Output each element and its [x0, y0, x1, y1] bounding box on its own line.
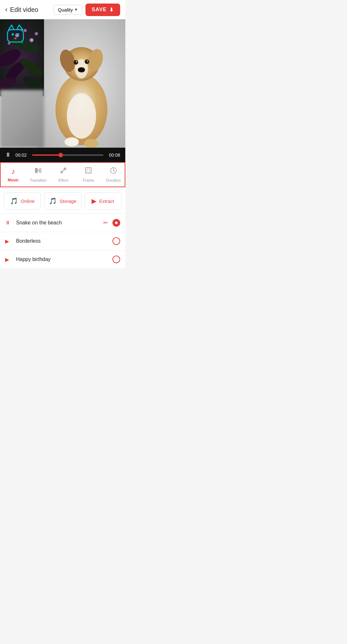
svg-point-15 [84, 139, 98, 148]
duration-icon [110, 167, 117, 176]
music-source-row: 🎵 Online 🎵 Storage ▶ Extract [0, 188, 125, 213]
toolbar-label-music: Music [8, 178, 19, 182]
svg-line-47 [113, 170, 115, 171]
frame-icon [85, 167, 92, 176]
extract-button[interactable]: ▶ Extract [85, 192, 121, 210]
header: ‹ Edit video Quality ▼ SAVE ⬇ [0, 0, 125, 19]
toolbar-label-duration: Duration [106, 178, 120, 183]
progress-thumb [58, 153, 63, 157]
track-name: Happy birthday [16, 257, 108, 262]
toolbar-item-transition[interactable]: Transition [26, 163, 51, 187]
svg-rect-28 [7, 30, 23, 42]
video-preview: TM [0, 19, 125, 148]
svg-marker-30 [17, 25, 23, 30]
toolbar-item-duration[interactable]: Duration [101, 163, 125, 187]
video-blur-overlay [0, 90, 44, 148]
scissors-icon[interactable]: ✂ [103, 219, 108, 226]
svg-marker-29 [9, 25, 14, 30]
online-label: Online [21, 198, 34, 204]
track-name: Snake on the beach [16, 220, 99, 226]
svg-marker-33 [14, 37, 17, 39]
app-logo: TM [5, 24, 28, 47]
play-pause-button[interactable]: ⏸ [5, 152, 12, 158]
header-right: Quality ▼ SAVE ⬇ [54, 4, 120, 16]
svg-point-32 [17, 33, 19, 35]
video-main-frame [38, 19, 125, 148]
chevron-down-icon: ▼ [74, 7, 78, 12]
save-label: SAVE [92, 7, 107, 13]
toolbar-item-frame[interactable]: Frame [76, 163, 101, 187]
svg-point-13 [78, 67, 85, 72]
storage-label: Storage [59, 198, 76, 204]
toolbar-label-transition: Transition [30, 178, 47, 183]
music-section: 🎵 Online 🎵 Storage ▶ Extract ⏸ Snake on … [0, 188, 125, 269]
online-button[interactable]: 🎵 Online [4, 192, 41, 210]
toolbar-label-frame: Frame [83, 178, 94, 183]
track-select-button[interactable] [112, 256, 120, 263]
quality-label: Quality [58, 7, 73, 13]
progress-fill [32, 154, 61, 156]
extract-icon: ▶ [92, 197, 96, 205]
toolbar-item-music[interactable]: ♪ Music [1, 163, 26, 187]
svg-point-14 [65, 137, 79, 146]
track-item: ▶ Borderless [0, 232, 125, 250]
track-play-button[interactable]: ▶ [5, 238, 12, 244]
svg-point-11 [76, 61, 77, 62]
svg-rect-44 [87, 169, 90, 172]
svg-point-31 [12, 33, 14, 35]
transition-icon [34, 167, 42, 176]
music-icon: ♪ [11, 167, 15, 176]
svg-point-25 [30, 38, 33, 42]
quality-button[interactable]: Quality ▼ [54, 5, 82, 15]
svg-point-27 [35, 32, 38, 35]
track-play-button[interactable]: ▶ [5, 257, 12, 263]
toolbar: ♪ Music Transition Effect [0, 162, 125, 187]
save-button[interactable]: SAVE ⬇ [85, 4, 120, 16]
track-select-button[interactable] [112, 237, 120, 245]
toolbar-label-effect: Effect [58, 178, 68, 183]
track-select-button[interactable] [112, 219, 120, 227]
svg-point-10 [85, 59, 89, 64]
header-left: ‹ Edit video [5, 5, 38, 14]
storage-icon: 🎵 [49, 197, 57, 205]
current-time: 00:02 [15, 152, 28, 158]
progress-bar[interactable] [32, 154, 103, 156]
track-item: ▶ Happy birthday [0, 250, 125, 269]
svg-line-38 [61, 168, 66, 173]
svg-text:TM: TM [20, 41, 23, 44]
page-title: Edit video [10, 6, 38, 13]
track-actions: ✂ [103, 219, 120, 227]
dog-illustration [38, 19, 125, 148]
svg-rect-43 [85, 168, 91, 173]
track-actions [112, 237, 120, 245]
track-actions [112, 256, 120, 263]
track-pause-button[interactable]: ⏸ [5, 220, 12, 226]
playback-bar: ⏸ 00:02 00:08 [0, 148, 125, 162]
cat-logo-icon: TM [5, 24, 26, 45]
total-time: 00:08 [107, 152, 120, 158]
extract-label: Extract [99, 198, 114, 204]
back-button[interactable]: ‹ [5, 5, 7, 14]
svg-rect-35 [35, 168, 38, 173]
toolbar-item-effect[interactable]: Effect [51, 163, 76, 187]
svg-point-9 [74, 60, 78, 65]
svg-point-4 [67, 93, 96, 139]
track-list: ⏸ Snake on the beach ✂ ▶ Borderless ▶ Ha… [0, 213, 125, 269]
svg-point-12 [87, 60, 88, 62]
online-music-icon: 🎵 [10, 197, 18, 205]
effect-icon [59, 167, 67, 176]
track-item: ⏸ Snake on the beach ✂ [0, 214, 125, 232]
save-download-icon: ⬇ [109, 7, 114, 13]
storage-button[interactable]: 🎵 Storage [44, 192, 81, 210]
track-name: Borderless [16, 238, 108, 244]
